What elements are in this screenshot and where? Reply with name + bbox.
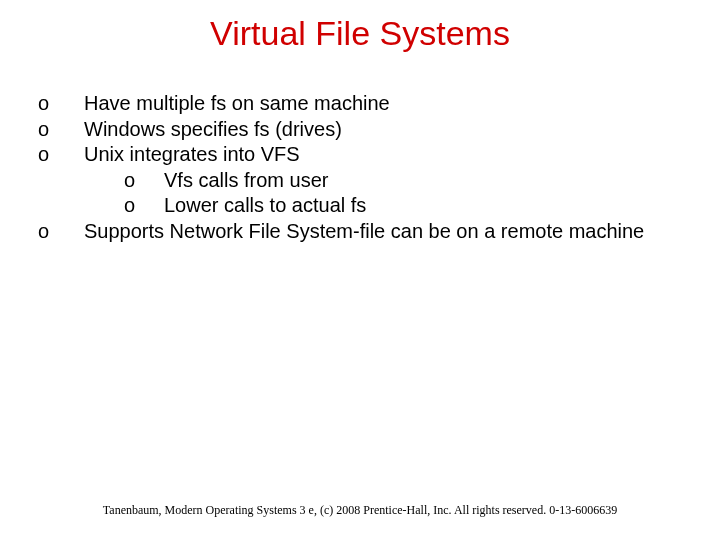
bullet-text: Windows specifies fs (drives) [84,117,684,143]
list-item: o Have multiple fs on same machine [36,91,684,117]
list-item: o Supports Network File System-file can … [36,219,684,245]
slide-title: Virtual File Systems [0,0,720,53]
content-area: o Have multiple fs on same machine o Win… [0,53,720,245]
footer-citation: Tanenbaum, Modern Operating Systems 3 e,… [0,503,720,518]
bullet-text: Supports Network File System-file can be… [84,219,684,245]
bullet-marker: o [36,142,84,168]
bullet-text: Lower calls to actual fs [164,193,684,219]
bullet-text: Unix integrates into VFS [84,142,684,168]
bullet-marker: o [36,117,84,143]
bullet-marker: o [36,219,84,245]
bullet-marker: o [122,168,164,194]
bullet-text: Have multiple fs on same machine [84,91,684,117]
bullet-text: Vfs calls from user [164,168,684,194]
list-item-sub: o Lower calls to actual fs [122,193,684,219]
list-item: o Windows specifies fs (drives) [36,117,684,143]
bullet-marker: o [36,91,84,117]
bullet-marker: o [122,193,164,219]
list-item: o Unix integrates into VFS [36,142,684,168]
list-item-sub: o Vfs calls from user [122,168,684,194]
slide: Virtual File Systems o Have multiple fs … [0,0,720,540]
